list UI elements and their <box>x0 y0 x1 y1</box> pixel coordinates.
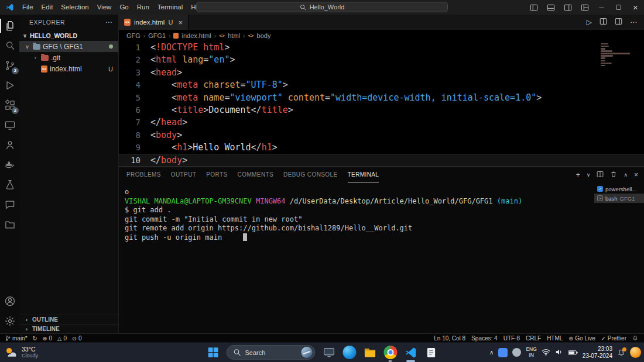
panel-tab-comments[interactable]: COMMENTS <box>238 167 274 182</box>
status-sync[interactable]: ↻ <box>33 335 37 342</box>
more-actions-icon[interactable]: ⋯ <box>630 18 637 26</box>
status-0[interactable]: ⊗0 <box>43 335 53 342</box>
activity-remote-explorer[interactable] <box>0 115 19 135</box>
code-line-7[interactable]: 7</head> <box>119 116 644 129</box>
new-terminal-icon[interactable]: + <box>576 171 580 179</box>
activity-search[interactable] <box>0 36 19 56</box>
line-number[interactable]: 5 <box>119 92 150 104</box>
editor-tab-index-html[interactable]: <> index.html U × <box>119 15 189 30</box>
status-prettier[interactable]: ✓Prettier <box>601 335 626 342</box>
maximize-panel-icon[interactable]: ∧ <box>624 172 628 178</box>
file-explorer-icon[interactable] <box>363 346 377 360</box>
toggle-sidebar-icon[interactable] <box>525 0 542 15</box>
battery-icon[interactable] <box>568 347 578 358</box>
activity-live-share[interactable] <box>0 135 19 155</box>
status-0[interactable]: ⊙0 <box>72 335 82 342</box>
tray-overflow-icon[interactable]: ∧ <box>489 349 494 356</box>
code-line-2[interactable]: 2<html lang="en"> <box>119 54 644 66</box>
close-button[interactable]: × <box>627 0 644 15</box>
menu-edit[interactable]: Edit <box>37 0 57 15</box>
weather-widget[interactable]: 33°C Cloudy <box>4 343 38 362</box>
tray-orange-app-icon[interactable] <box>630 347 641 358</box>
clock[interactable]: 23:03 23-07-2024 <box>583 346 612 359</box>
line-number[interactable]: 10 <box>119 154 150 167</box>
code-line-10[interactable]: 10</body> <box>119 154 644 167</box>
panel-tab-ports[interactable]: PORTS <box>206 167 227 182</box>
toggle-secondary-sidebar-icon[interactable] <box>559 0 576 15</box>
minimize-button[interactable]: ─ <box>593 0 610 15</box>
workspace-root[interactable]: ∨ HELLO_WORLD <box>19 30 118 41</box>
activity-account[interactable] <box>0 291 19 311</box>
task-view-button[interactable] <box>322 346 336 360</box>
split-editor-icon[interactable] <box>600 18 607 27</box>
language-indicator[interactable]: ENG IN <box>526 347 536 358</box>
notification-bell-icon[interactable] <box>617 349 625 357</box>
menu-selection[interactable]: Selection <box>57 0 93 15</box>
line-number[interactable]: 9 <box>119 142 150 154</box>
tree-item-index-html[interactable]: <> index.html U <box>19 63 118 74</box>
customize-layout-icon[interactable] <box>576 0 593 15</box>
panel-tab-problems[interactable]: PROBLEMS <box>126 167 161 182</box>
search-highlight-image[interactable] <box>302 347 313 358</box>
code-line-5[interactable]: 5 <meta name="viewport" content="width=d… <box>119 92 644 104</box>
code-line-9[interactable]: 9 <h1>Hello World</h1> <box>119 142 644 154</box>
taskbar-search-box[interactable]: Search <box>227 345 316 360</box>
activity-settings[interactable] <box>0 311 19 331</box>
line-number[interactable]: 3 <box>119 67 150 79</box>
status-go-live[interactable]: ⊚Go Live <box>568 335 595 342</box>
status-crlf[interactable]: CRLF <box>526 335 541 342</box>
panel-tab-output[interactable]: OUTPUT <box>171 167 197 182</box>
terminal-session-bash[interactable]: >bashGFG1 <box>594 194 644 203</box>
activity-chat[interactable] <box>0 195 19 215</box>
line-number[interactable]: 7 <box>119 116 150 129</box>
terminal-dropdown-icon[interactable]: ∨ <box>587 172 591 178</box>
volume-icon[interactable] <box>555 347 563 358</box>
status-main[interactable]: main* <box>5 335 28 342</box>
toggle-panel-icon[interactable] <box>542 0 559 15</box>
code-line-3[interactable]: 3<head> <box>119 67 644 79</box>
menu-terminal[interactable]: Terminal <box>153 0 187 15</box>
notifications-bell-icon[interactable] <box>632 335 638 341</box>
tab-close-icon[interactable]: × <box>178 18 183 27</box>
code-editor[interactable]: 1<!DOCTYPE html>2<html lang="en">3<head>… <box>119 42 644 167</box>
chrome-icon[interactable] <box>383 346 398 360</box>
notepad-icon[interactable] <box>424 346 439 360</box>
tree-item-folder[interactable]: ∨ GFG \ GFG1 <box>19 41 118 52</box>
activity-explorer[interactable] <box>0 16 19 36</box>
status-ln-10-col-8[interactable]: Ln 10, Col 8 <box>434 335 465 342</box>
breadcrumb-item[interactable]: body <box>257 32 271 39</box>
tray-grey-app-icon[interactable] <box>512 348 521 357</box>
activity-run-debug[interactable] <box>0 75 19 95</box>
status-html[interactable]: HTML <box>547 335 563 342</box>
breadcrumb-item[interactable]: GFG1 <box>148 32 166 39</box>
activity-testing[interactable] <box>0 175 19 195</box>
outline-section[interactable]: › OUTLINE <box>19 315 118 324</box>
menu-view[interactable]: View <box>93 0 116 15</box>
status-spaces-4[interactable]: Spaces: 4 <box>471 335 497 342</box>
vscode-taskbar-icon[interactable] <box>404 346 418 360</box>
line-number[interactable]: 4 <box>119 79 150 91</box>
line-number[interactable]: 6 <box>119 104 150 116</box>
menu-run[interactable]: Run <box>133 0 153 15</box>
line-number[interactable]: 1 <box>119 42 150 54</box>
kill-terminal-icon[interactable] <box>610 171 617 180</box>
menu-file[interactable]: File <box>18 0 37 15</box>
activity-docker[interactable] <box>0 155 19 175</box>
run-code-icon[interactable]: ▷ <box>587 18 592 26</box>
activity-library[interactable] <box>0 215 19 235</box>
line-number[interactable]: 8 <box>119 129 150 142</box>
command-center-search[interactable]: Hello_World <box>196 2 448 12</box>
activity-extensions[interactable]: 2 <box>0 95 19 115</box>
tray-blue-app-icon[interactable] <box>498 348 508 357</box>
line-number[interactable]: 2 <box>119 54 150 66</box>
status-utf-8[interactable]: UTF-8 <box>503 335 520 342</box>
panel-tab-debug-console[interactable]: DEBUG CONSOLE <box>283 167 337 182</box>
menu-go[interactable]: Go <box>115 0 132 15</box>
terminal-output[interactable]: oVISHAL MANDALa@LAPTOP-GM39CNEV MINGW64 … <box>119 182 594 333</box>
status-0[interactable]: △0 <box>57 335 67 342</box>
code-line-8[interactable]: 8<body> <box>119 129 644 142</box>
code-line-6[interactable]: 6 <title>Document</title> <box>119 104 644 116</box>
breadcrumb-item[interactable]: GFG <box>126 32 141 39</box>
close-panel-icon[interactable]: × <box>634 171 638 179</box>
activity-source-control[interactable]: 2 <box>0 56 19 75</box>
